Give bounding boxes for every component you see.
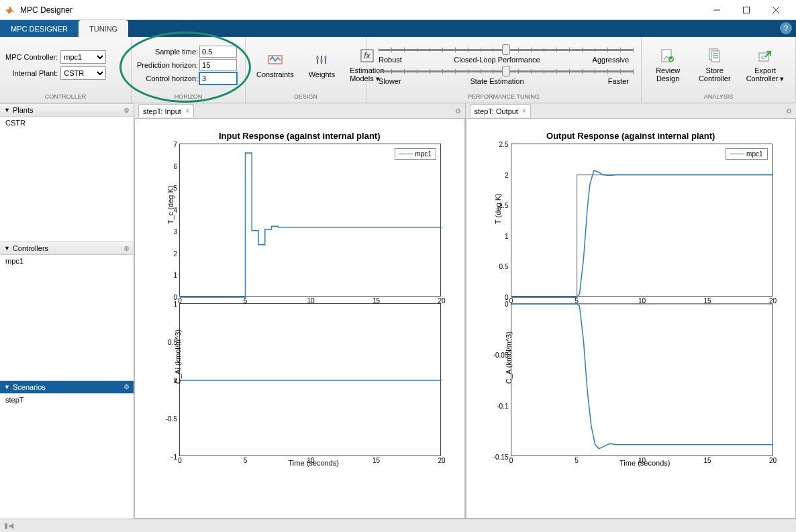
perf-tuning-group-label: PERFORMANCE TUNING [366, 93, 641, 103]
controllers-list-item[interactable]: mpc1 [0, 255, 134, 267]
constraints-button[interactable]: Constraints [251, 52, 299, 78]
closed-loop-perf-label: Closed-Loop Performance [412, 56, 582, 64]
input-plot-canvas: Input Response (against internal plant) … [134, 118, 465, 519]
control-horizon-label: Control horizon: [137, 74, 198, 83]
internal-plant-select[interactable]: CSTR [60, 66, 106, 80]
analysis-group-label: ANALYSIS [642, 93, 795, 103]
matlab-icon [5, 5, 16, 15]
help-button[interactable]: ? [780, 22, 792, 34]
svg-rect-17 [711, 51, 719, 62]
store-controller-icon [707, 48, 723, 64]
status-back-icon[interactable]: ▮◀ [4, 521, 13, 530]
doc-tab-output[interactable]: stepT: Output × [470, 104, 531, 117]
ribbon-tabstrip: MPC DESIGNER TUNING ? [0, 20, 796, 37]
svg-rect-11 [324, 56, 327, 58]
robust-label: Robust [379, 56, 412, 64]
status-bar: ▮◀ [0, 519, 796, 532]
output-plot-canvas: Output Response (against internal plant)… [466, 118, 797, 519]
store-controller-button[interactable]: Store Controller [693, 48, 736, 83]
collapse-icon: ▼ [4, 107, 10, 113]
axes-output-ca: -0.15-0.1-0.05005101520C_A (kmol/m^3)Tim… [511, 303, 780, 456]
controllers-panel-header[interactable]: ▼ Controllers ⚙ [0, 242, 134, 255]
svg-text:C: C [761, 54, 765, 60]
weights-icon [313, 52, 330, 68]
tab-mpc-designer[interactable]: MPC DESIGNER [0, 20, 79, 37]
minimize-button[interactable] [702, 0, 732, 20]
mpc-controller-label: MPC Controller: [5, 53, 58, 61]
constraints-icon [267, 52, 283, 68]
svg-rect-10 [320, 60, 323, 62]
review-design-icon [660, 48, 676, 64]
sample-time-input[interactable] [199, 46, 237, 58]
axes-input-tc: 0123456705101520mpc1T_c (deg K) [179, 144, 448, 297]
faster-label: Faster [582, 77, 629, 85]
aggressive-label: Aggressive [582, 56, 629, 64]
title-bar: MPC Designer [0, 0, 796, 20]
state-estimation-slider[interactable] [379, 65, 634, 77]
prediction-horizon-input[interactable] [199, 59, 237, 71]
gear-icon[interactable]: ⚙ [123, 245, 130, 252]
close-icon[interactable]: × [522, 107, 526, 115]
sidebar: ▼ Plants ⚙ CSTR ▼ Controllers ⚙ mpc1 ▼ S… [0, 103, 134, 519]
state-estimation-label: State Estimation [412, 77, 582, 85]
output-plot-title: Output Response (against internal plant) [476, 131, 787, 141]
axes-input-cai: -1-0.500.5105101520C_Ai (kmol/m^3)Time (… [179, 303, 448, 456]
maximize-button[interactable] [732, 0, 761, 20]
collapse-icon: ▼ [4, 245, 10, 252]
horizon-group-label: HORIZON [132, 93, 245, 103]
scenarios-panel-header[interactable]: ▼ Scenarios ⚙ [0, 380, 134, 394]
doc-tab-input[interactable]: stepT: Input × [138, 104, 194, 117]
close-button[interactable] [761, 0, 791, 20]
gear-icon[interactable]: ⚙ [455, 107, 461, 115]
svg-marker-0 [5, 6, 15, 14]
gear-icon[interactable]: ⚙ [123, 383, 130, 390]
window-title: MPC Designer [20, 5, 702, 15]
input-plot-title: Input Response (against internal plant) [144, 131, 455, 141]
gear-icon[interactable]: ⚙ [123, 107, 130, 114]
internal-plant-label: Internal Plant: [5, 69, 58, 77]
close-icon[interactable]: × [185, 107, 189, 115]
closed-loop-performance-slider[interactable] [379, 44, 634, 56]
export-controller-button[interactable]: C Export Controller ▾ [740, 48, 790, 83]
svg-rect-9 [316, 57, 319, 59]
svg-rect-2 [744, 7, 750, 13]
review-design-button[interactable]: Review Design [647, 48, 689, 83]
collapse-icon: ▼ [4, 384, 10, 390]
controller-group-label: CONTROLLER [0, 93, 131, 103]
scenarios-list-item[interactable]: stepT [0, 394, 134, 406]
tab-tuning[interactable]: TUNING [79, 20, 128, 37]
gear-icon[interactable]: ⚙ [786, 107, 792, 115]
prediction-horizon-label: Prediction horizon: [137, 61, 198, 69]
design-group-label: DESIGN [246, 93, 366, 103]
weights-button[interactable]: Weights [303, 52, 341, 78]
mpc-controller-select[interactable]: mpc1 [60, 50, 106, 64]
plants-panel-header[interactable]: ▼ Plants ⚙ [0, 103, 134, 117]
axes-output-t: 00.511.522.505101520mpc1T (deg K) [511, 144, 780, 297]
toolstrip: MPC Controller: mpc1 Internal Plant: CST… [0, 37, 796, 103]
plants-list-item[interactable]: CSTR [0, 117, 134, 129]
export-controller-icon: C [757, 48, 773, 64]
control-horizon-input[interactable] [199, 72, 237, 85]
sample-time-label: Sample time: [137, 48, 198, 56]
slower-label: Slower [379, 77, 412, 85]
